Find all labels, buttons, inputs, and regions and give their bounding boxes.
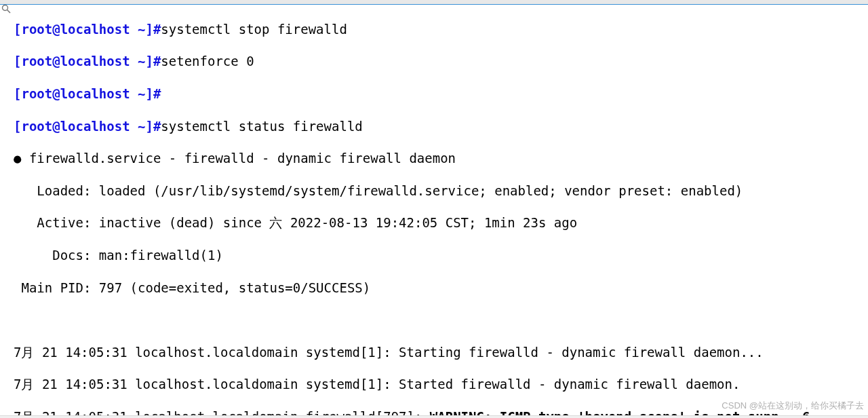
command-text: systemctl stop firewalld — [161, 22, 347, 37]
status-docs: Docs: man:firewalld(1) — [14, 248, 818, 264]
svg-line-1 — [7, 10, 11, 14]
shell-prompt: [root@localhost ~]# — [14, 86, 161, 101]
shell-prompt: [root@localhost ~]# — [14, 22, 161, 37]
shell-prompt: [root@localhost ~]# — [14, 54, 161, 69]
status-mainpid: Main PID: 797 (code=exited, status=0/SUC… — [14, 280, 818, 297]
command-text: systemctl status firewalld — [161, 119, 362, 134]
window-statusbar — [0, 415, 868, 418]
journal-line: 7月 21 14:05:31 localhost.localdomain sys… — [14, 377, 818, 393]
watermark-text: CSDN @站在这别动，给你买橘子去 — [722, 398, 864, 414]
status-bullet-icon: ● — [14, 151, 29, 166]
magnifier-icon[interactable] — [1, 4, 11, 14]
window-titlebar — [0, 0, 868, 5]
status-loaded: Loaded: loaded (/usr/lib/systemd/system/… — [14, 183, 818, 200]
terminal-output[interactable]: [root@localhost ~]#systemctl stop firewa… — [14, 5, 818, 418]
shell-prompt: [root@localhost ~]# — [14, 119, 161, 134]
journal-line: 7月 21 14:05:31 localhost.localdomain sys… — [14, 345, 818, 361]
svg-point-0 — [3, 5, 8, 11]
service-header: firewalld.service - firewalld - dynamic … — [29, 151, 456, 166]
status-active: Active: inactive (dead) since 六 2022-08-… — [14, 215, 818, 231]
terminal-window: [root@localhost ~]#systemctl stop firewa… — [0, 0, 868, 418]
command-text: setenforce 0 — [161, 54, 254, 69]
